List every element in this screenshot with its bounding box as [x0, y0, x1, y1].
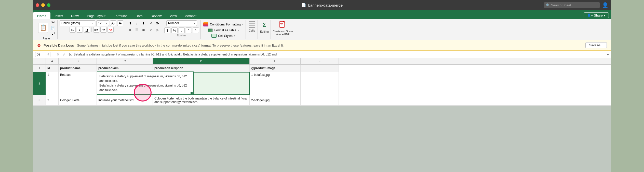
- window-title: 📄 banners-data-merge: [301, 3, 343, 7]
- cut-button[interactable]: ✂: [50, 19, 56, 25]
- cell-A3[interactable]: 2: [46, 95, 59, 105]
- formula-content[interactable]: Betafast is a dietary supplement of magn…: [74, 53, 605, 56]
- align-right-button[interactable]: ≣: [140, 27, 146, 33]
- decrease-indent-button[interactable]: ◁: [148, 27, 154, 33]
- search-area: 🔍 Search Sheet 👤: [544, 2, 608, 8]
- number-format-dropdown[interactable]: Number ▾: [166, 20, 197, 26]
- italic-button[interactable]: I: [77, 27, 83, 33]
- create-share-pdf-label: Create and ShareAdobe PDF: [273, 30, 293, 36]
- cell-D1[interactable]: product-description: [153, 65, 250, 72]
- resize-handle[interactable]: [191, 92, 193, 94]
- search-box[interactable]: 🔍 Search Sheet: [544, 2, 600, 8]
- styles-group: Conditional Formatting ▾ Format as Table…: [201, 20, 246, 39]
- minimize-button[interactable]: [41, 3, 45, 7]
- decimal-increase-button[interactable]: .0↑: [186, 27, 192, 33]
- close-button[interactable]: [36, 3, 39, 7]
- tab-view[interactable]: View: [166, 12, 181, 19]
- table-row: 3 2 Cologen Forte Increase your metaboli…: [33, 95, 611, 106]
- format-painter-button[interactable]: 🖌: [50, 31, 56, 36]
- number-format-arrow: ▾: [194, 22, 195, 24]
- font-size-dropdown[interactable]: 12 ▾: [96, 20, 109, 26]
- cell-B1[interactable]: product-name: [59, 65, 97, 72]
- col-header-F[interactable]: F: [301, 58, 339, 64]
- decimal-decrease-button[interactable]: .0↓: [193, 27, 199, 33]
- cell-D3[interactable]: Cologen Forte helps the body maintain th…: [153, 95, 250, 105]
- increase-indent-button[interactable]: ▷: [154, 27, 160, 33]
- column-headers: A B C D E F: [33, 58, 611, 65]
- underline-button[interactable]: U: [84, 27, 90, 33]
- cell-B2[interactable]: Betafast: [59, 72, 97, 95]
- tab-formulas[interactable]: Formulas: [110, 12, 131, 19]
- cell-styles-button[interactable]: Cell Styles ▾: [209, 33, 237, 39]
- cancel-formula-button[interactable]: ✕: [56, 52, 61, 56]
- merge-button[interactable]: ⊞▾: [154, 20, 160, 26]
- copy-button[interactable]: 📄: [50, 26, 56, 31]
- share-button[interactable]: 👤+ Share ▾: [584, 12, 609, 18]
- align-top-button[interactable]: ⬆: [127, 20, 133, 26]
- currency-button[interactable]: $: [164, 27, 170, 33]
- search-icon: 🔍: [546, 3, 550, 7]
- bold-button[interactable]: B: [70, 27, 76, 33]
- cell-A2[interactable]: 1: [46, 72, 59, 95]
- maximize-button[interactable]: [47, 3, 50, 7]
- cell-styles-icon: [211, 34, 217, 38]
- editing-group: Σ Editing: [258, 20, 271, 39]
- font-name-dropdown[interactable]: Calibri (Body) ▾: [60, 20, 95, 26]
- cell-B3[interactable]: Cologen Forte: [59, 95, 97, 105]
- tab-insert[interactable]: Insert: [50, 12, 67, 19]
- cell-E2[interactable]: 1-betafast.jpg: [250, 72, 301, 95]
- formula-divider: |: [52, 52, 53, 57]
- tab-home[interactable]: Home: [33, 12, 50, 19]
- align-bottom-button[interactable]: ⬇: [140, 20, 146, 26]
- sep2: [147, 27, 147, 32]
- cell-A1[interactable]: id: [46, 65, 59, 72]
- fill-color-button[interactable]: A▾: [100, 27, 106, 33]
- align-middle-button[interactable]: ↕: [134, 20, 140, 26]
- cell-ref-stepper[interactable]: ▲▼: [47, 53, 49, 56]
- wrap-text-button[interactable]: ↵: [148, 20, 154, 26]
- paste-button[interactable]: 📋: [37, 22, 49, 34]
- font-decrease-button[interactable]: A-: [117, 20, 123, 26]
- conditional-formatting-button[interactable]: Conditional Formatting ▾: [201, 21, 246, 27]
- cell-F3[interactable]: [301, 95, 339, 105]
- paste-group: 📋 ✂ 📄 🖌 Paste: [35, 20, 58, 39]
- save-as-button[interactable]: Save As...: [585, 42, 607, 48]
- row-num-1: 1: [33, 65, 46, 72]
- col-header-D[interactable]: D: [153, 58, 250, 64]
- tab-draw[interactable]: Draw: [67, 12, 83, 19]
- font-dropdown-arrow: ▾: [92, 22, 93, 24]
- align-center-button[interactable]: ☰: [134, 27, 140, 33]
- confirm-formula-button[interactable]: ✓: [62, 52, 67, 56]
- align-left-button[interactable]: ≡: [127, 27, 133, 33]
- cell-F1[interactable]: [301, 65, 339, 72]
- tab-bar: Home Insert Draw Page Layout Formulas Da…: [33, 10, 611, 19]
- create-share-pdf-group: PDF Create and ShareAdobe PDF: [271, 20, 294, 39]
- possible-data-loss-label: Possible Data Loss: [44, 44, 74, 47]
- formula-expand-button[interactable]: ▾: [607, 52, 609, 56]
- border-button[interactable]: ⊞▾: [93, 27, 99, 33]
- cell-reference-box[interactable]: D2 ▲▼: [35, 52, 50, 57]
- font-color-button[interactable]: A▾: [108, 27, 114, 33]
- col-header-B[interactable]: B: [59, 58, 97, 64]
- col-header-C[interactable]: C: [97, 58, 153, 64]
- format-as-table-button[interactable]: Format as Table ▾: [206, 27, 241, 33]
- ribbon-container: Home Insert Draw Page Layout Formulas Da…: [33, 10, 611, 40]
- tab-page-layout[interactable]: Page Layout: [83, 12, 110, 19]
- warning-icon: ⊗: [37, 43, 41, 48]
- tab-data[interactable]: Data: [131, 12, 146, 19]
- col-header-A[interactable]: A: [46, 58, 59, 64]
- editing-icon: Σ: [260, 20, 269, 30]
- add-person-icon: 👤+: [587, 13, 593, 17]
- row-num-3: 3: [33, 95, 46, 105]
- comma-button[interactable]: ,: [179, 27, 185, 33]
- paste-label: Paste: [43, 37, 50, 40]
- cell-C1[interactable]: product-claim: [97, 65, 153, 72]
- percent-button[interactable]: %: [171, 27, 178, 33]
- tab-review[interactable]: Review: [147, 12, 166, 19]
- font-increase-button[interactable]: A+: [110, 20, 116, 26]
- tab-acrobat[interactable]: Acrobat: [181, 12, 200, 19]
- cell-F2[interactable]: [301, 72, 339, 95]
- cell-E3[interactable]: 2-cologen.jpg: [250, 95, 301, 105]
- cell-E1[interactable]: @product-image: [250, 65, 301, 72]
- col-header-E[interactable]: E: [250, 58, 301, 64]
